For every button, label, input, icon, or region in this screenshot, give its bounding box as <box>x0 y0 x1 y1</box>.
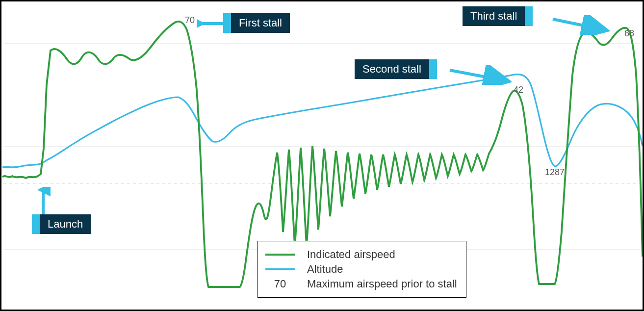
callout-third-stall: Third stall <box>463 6 533 26</box>
arrow-launch <box>36 187 51 216</box>
legend-text: Indicated airspeed <box>307 248 395 261</box>
svg-line-1 <box>450 70 507 81</box>
arrow-third-stall <box>551 15 610 35</box>
callout-accent-bar <box>525 6 533 26</box>
legend-swatch-altitude <box>263 268 297 270</box>
svg-line-2 <box>553 19 605 30</box>
legend: Indicated airspeed Altitude 70 Maximum a… <box>258 241 466 298</box>
callout-launch: Launch <box>32 214 91 234</box>
arrow-second-stall <box>448 65 512 85</box>
legend-text: Altitude <box>307 263 343 276</box>
legend-row-airspeed: Indicated airspeed <box>263 248 457 261</box>
callout-first-stall: First stall <box>223 13 290 33</box>
legend-number-example: 70 <box>263 278 297 290</box>
label-second-stall-airspeed: 42 <box>514 85 523 95</box>
callout-second-stall: Second stall <box>355 59 437 79</box>
arrow-first-stall <box>197 16 226 31</box>
callout-label: First stall <box>231 13 290 33</box>
label-second-stall-altitude: 1287 <box>545 167 565 178</box>
chart-frame: 70 42 68 1287 First stall Second stall T… <box>0 0 644 311</box>
legend-text: Maximum airspeed prior to stall <box>307 278 457 290</box>
altitude-series <box>2 75 643 167</box>
label-first-stall-airspeed: 70 <box>185 15 195 26</box>
legend-row-altitude: Altitude <box>263 263 457 276</box>
legend-swatch-airspeed <box>263 254 297 256</box>
label-third-stall-airspeed: 68 <box>624 28 634 39</box>
callout-accent-bar <box>32 214 40 234</box>
callout-accent-bar <box>223 13 231 33</box>
callout-label: Launch <box>40 214 91 234</box>
callout-accent-bar <box>429 59 437 79</box>
callout-label: Second stall <box>355 59 429 79</box>
legend-row-max-airspeed: 70 Maximum airspeed prior to stall <box>263 278 457 290</box>
callout-label: Third stall <box>463 6 525 26</box>
